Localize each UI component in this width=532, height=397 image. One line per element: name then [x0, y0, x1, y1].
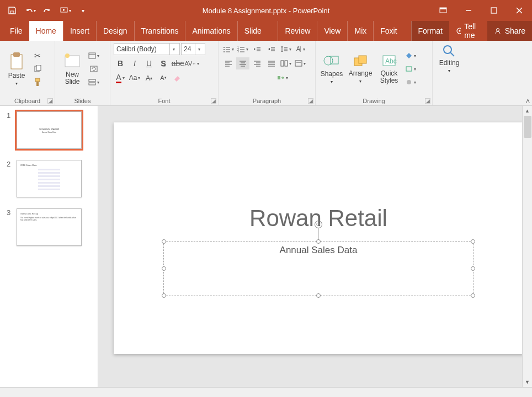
clipboard-label: Clipboard: [0, 98, 55, 104]
new-slide-button[interactable]: New Slide: [58, 51, 86, 85]
svg-point-10: [496, 29, 499, 31]
resize-handle[interactable]: [162, 239, 166, 244]
resize-handle[interactable]: [162, 293, 166, 298]
resize-handle[interactable]: [316, 293, 321, 298]
tab-view[interactable]: View: [317, 21, 347, 41]
strikethrough-icon[interactable]: abc: [171, 57, 184, 69]
subtitle-placeholder[interactable]: ⟳ Annual Sales Data: [163, 241, 474, 296]
bullets-icon[interactable]: [222, 43, 235, 55]
arrange-label: Arrange: [349, 69, 373, 77]
horizontal-scrollbar[interactable]: [0, 387, 532, 397]
scroll-up-icon[interactable]: ▲: [523, 106, 532, 116]
justify-icon[interactable]: [265, 57, 278, 69]
font-size-combo[interactable]: 24▾: [181, 43, 205, 55]
char-spacing-icon[interactable]: AV↔: [185, 57, 199, 69]
text-direction-icon[interactable]: A: [294, 43, 307, 55]
paragraph-launcher-icon[interactable]: ◢: [308, 98, 313, 104]
editing-button[interactable]: Editing▾: [436, 43, 462, 74]
collapse-ribbon-icon[interactable]: ᐱ: [526, 98, 530, 104]
share-button[interactable]: Share: [487, 21, 532, 41]
line-spacing-icon[interactable]: [279, 43, 292, 55]
columns-icon[interactable]: [279, 57, 292, 69]
paste-button[interactable]: Paste▾: [3, 50, 30, 87]
shrink-font-icon[interactable]: A▾: [157, 72, 170, 84]
thumb-slide-3[interactable]: Sales Data Recap The overall highest mon…: [17, 208, 82, 246]
numbering-icon[interactable]: 123: [236, 43, 249, 55]
increase-indent-icon[interactable]: [265, 43, 278, 55]
arrange-button[interactable]: Arrange▾: [347, 52, 374, 85]
tab-foxit[interactable]: Foxit PDF: [373, 21, 411, 41]
redo-icon[interactable]: [40, 3, 55, 18]
font-color-icon[interactable]: A: [114, 72, 127, 84]
tab-design[interactable]: Design: [96, 21, 134, 41]
tab-review[interactable]: Review: [278, 21, 317, 41]
section-icon[interactable]: [87, 76, 100, 88]
quick-styles-button[interactable]: Abc Quick Styles: [376, 52, 402, 84]
change-case-icon[interactable]: Aa: [128, 72, 141, 84]
thumb-1-title: Rowan Retail: [39, 127, 59, 131]
scroll-thumb[interactable]: [524, 116, 531, 138]
copy-icon[interactable]: [31, 63, 44, 75]
tab-format[interactable]: Format: [411, 21, 449, 41]
shapes-button[interactable]: Shapes▾: [319, 52, 344, 85]
cut-icon[interactable]: ✂: [31, 50, 44, 62]
thumb-slide-2[interactable]: 2018 Sales Data: [17, 160, 82, 197]
italic-icon[interactable]: I: [128, 57, 141, 69]
slides-label: Slides: [55, 98, 110, 104]
align-text-icon[interactable]: [294, 57, 307, 69]
scroll-down-icon[interactable]: ▼: [523, 377, 532, 387]
vertical-scrollbar[interactable]: ▲ ▼ ⏶ ⏷: [522, 106, 532, 397]
reset-icon[interactable]: [87, 63, 100, 75]
resize-handle[interactable]: [471, 293, 475, 298]
clipboard-launcher-icon[interactable]: ◢: [47, 98, 53, 104]
save-icon[interactable]: [4, 3, 20, 18]
maximize-icon[interactable]: [481, 0, 507, 21]
align-right-icon[interactable]: [251, 57, 264, 69]
tell-me-label: Tell me: [464, 22, 480, 40]
decrease-indent-icon[interactable]: [251, 43, 264, 55]
grow-font-icon[interactable]: A▴: [142, 72, 156, 84]
tab-animations[interactable]: Animations: [185, 21, 237, 41]
smartart-icon[interactable]: [276, 72, 289, 84]
tab-home[interactable]: Home: [29, 21, 63, 41]
svg-rect-5: [491, 8, 497, 13]
layout-icon[interactable]: [87, 50, 100, 62]
svg-rect-73: [406, 67, 412, 71]
svg-point-9: [459, 30, 460, 32]
align-left-icon[interactable]: [222, 57, 235, 69]
align-center-icon[interactable]: [236, 57, 249, 69]
font-launcher-icon[interactable]: ◢: [211, 98, 216, 104]
resize-handle[interactable]: [471, 239, 475, 244]
slide[interactable]: Rowan Retail ⟳ Annual Sales Data: [114, 122, 523, 354]
resize-handle[interactable]: [471, 266, 475, 271]
tab-transitions[interactable]: Transitions: [134, 21, 185, 41]
thumb-slide-1[interactable]: Rowan Retail Annual Sales Data: [17, 111, 82, 149]
paragraph-label: Paragraph: [219, 98, 315, 104]
qat-customize-icon[interactable]: ▾: [75, 3, 91, 18]
shadow-icon[interactable]: S: [157, 57, 170, 69]
drawing-launcher-icon[interactable]: ◢: [425, 98, 430, 104]
tab-slideshow[interactable]: Slide Show: [237, 21, 278, 41]
shape-fill-icon[interactable]: [404, 50, 417, 62]
slide-canvas[interactable]: Rowan Retail ⟳ Annual Sales Data ▲ ▼ ⏶ ⏷: [98, 106, 532, 397]
rotate-handle-icon[interactable]: ⟳: [315, 221, 322, 228]
undo-icon[interactable]: ▾: [22, 3, 38, 18]
shape-effects-icon[interactable]: [404, 76, 417, 88]
format-painter-icon[interactable]: [31, 76, 44, 88]
resize-handle[interactable]: [316, 239, 321, 244]
tab-insert[interactable]: Insert: [63, 21, 96, 41]
shape-outline-icon[interactable]: [404, 63, 417, 75]
tab-file[interactable]: File: [3, 21, 29, 41]
start-from-beginning-icon[interactable]: ▾: [57, 3, 73, 18]
font-name-combo[interactable]: Calibri (Body)▾: [114, 43, 180, 55]
bold-icon[interactable]: B: [114, 57, 127, 69]
underline-icon[interactable]: U: [142, 57, 156, 69]
ribbon-display-icon[interactable]: [430, 0, 456, 21]
minimize-icon[interactable]: [456, 0, 481, 21]
tell-me[interactable]: Tell me: [449, 21, 487, 41]
tab-mix[interactable]: Mix: [347, 21, 373, 41]
close-icon[interactable]: [507, 0, 532, 21]
clear-formatting-icon[interactable]: [171, 72, 184, 84]
svg-point-75: [444, 46, 451, 53]
resize-handle[interactable]: [162, 266, 166, 271]
